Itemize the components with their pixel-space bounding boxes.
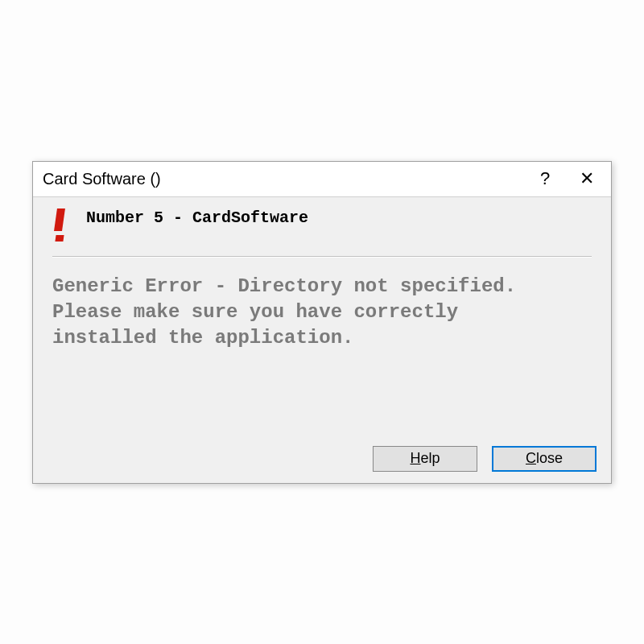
help-button[interactable]: Help — [373, 446, 477, 472]
titlebar: Card Software () ? ✕ — [33, 162, 611, 197]
dialog-header-row: Number 5 - CardSoftware — [52, 207, 592, 256]
dialog-content: Number 5 - CardSoftware Generic Error - … — [33, 197, 611, 435]
help-titlebar-button[interactable]: ? — [524, 163, 566, 195]
close-icon: ✕ — [580, 168, 594, 189]
divider — [52, 256, 592, 258]
window-controls: ? ✕ — [524, 163, 608, 195]
close-button-label: Close — [526, 450, 563, 467]
error-message: Generic Error - Directory not specified.… — [52, 274, 592, 435]
question-icon: ? — [540, 168, 550, 189]
close-button[interactable]: Close — [492, 446, 597, 472]
error-dialog: Card Software () ? ✕ Number 5 - CardSoft… — [32, 161, 612, 484]
help-button-label: Help — [410, 450, 440, 467]
error-header-text: Number 5 - CardSoftware — [86, 207, 308, 227]
window-title: Card Software () — [43, 170, 524, 188]
button-row: Help Close — [33, 435, 611, 483]
close-window-button[interactable]: ✕ — [566, 163, 608, 195]
exclamation-icon — [56, 208, 67, 242]
